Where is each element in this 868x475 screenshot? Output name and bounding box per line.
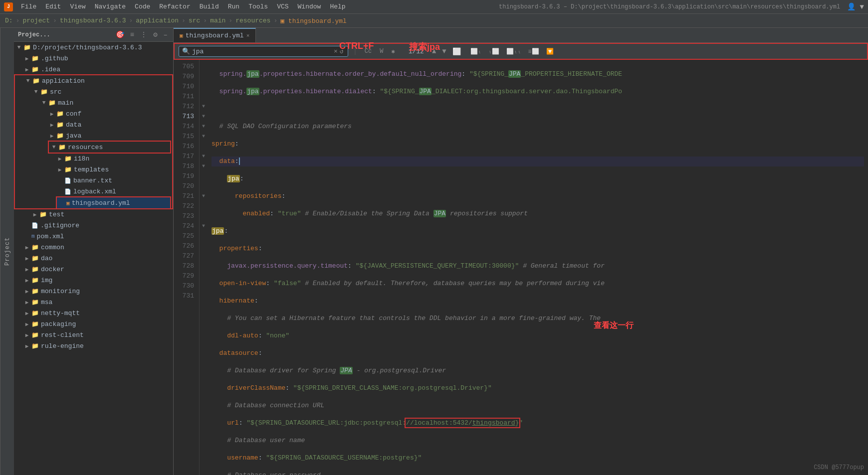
menu-vcs[interactable]: VCS [273, 2, 292, 11]
tree-item-conf[interactable]: ▶ 📁 conf [15, 108, 172, 119]
fold-724[interactable]: ▼ [200, 221, 208, 231]
search-case-sensitive-button[interactable]: Cc [362, 47, 374, 56]
tree-settings-icon[interactable]: ⚙ [152, 30, 159, 39]
fold-712[interactable]: ▼ [200, 102, 208, 112]
tree-item-i18n[interactable]: ▶ 📁 i18n [15, 153, 172, 164]
line-num-712: 712 [174, 102, 199, 112]
tree-collapse-icon[interactable]: ≡ [129, 30, 136, 39]
menu-code[interactable]: Code [131, 2, 154, 11]
search-tool-3[interactable]: ⬜ₗₗ [504, 46, 523, 57]
tree-item-docker[interactable]: ▶ 📁 docker [14, 264, 173, 275]
menu-bar: J File Edit View Navigate Code Refactor … [0, 0, 868, 14]
breadcrumb-item-file[interactable]: ▣ thingsboard.yml [280, 17, 347, 25]
folder-icon: 📁 [31, 310, 39, 317]
fold-718[interactable]: ▼ [200, 161, 208, 171]
line-num-721: 721 [174, 191, 199, 201]
user-icon[interactable]: 👤 ▼ [847, 2, 864, 11]
breadcrumb-item-resources[interactable]: resources [235, 17, 270, 24]
tree-item-banner[interactable]: 📄 banner.txt [15, 175, 172, 186]
fold-714[interactable]: ▼ [200, 122, 208, 132]
fold-721[interactable]: ▼ [200, 191, 208, 201]
tree-arrow: ▶ [24, 55, 30, 62]
tree-item-monitoring[interactable]: ▶ 📁 monitoring [14, 286, 173, 297]
tree-locate-icon[interactable]: 🎯 [114, 30, 126, 39]
tree-arrow: ▶ [24, 288, 30, 295]
search-tool-2[interactable]: ₗ⬜ [486, 46, 502, 57]
tree-item-dao[interactable]: ▶ 📁 dao [14, 253, 173, 264]
folder-icon: 📁 [31, 299, 39, 306]
breadcrumb-item-d[interactable]: D: [5, 17, 13, 24]
fold-717[interactable]: ▼ [200, 152, 208, 161]
search-regex-button[interactable]: ✱ [389, 47, 397, 56]
tree-item-src[interactable]: ▼ 📁 src [15, 86, 172, 97]
tree-item-packaging[interactable]: ▶ 📁 packaging [14, 318, 173, 329]
search-expand-button[interactable]: ⬜ [450, 47, 463, 56]
tree-arrow: ▶ [24, 277, 30, 284]
menu-refactor[interactable]: Refactor [155, 2, 194, 11]
search-next-button[interactable]: ▼ [440, 47, 448, 56]
fold-713[interactable]: ▼ [200, 112, 208, 122]
breadcrumb-item-thingsboard[interactable]: thingsboard-3.6.3 [60, 17, 126, 24]
tree-item-pom[interactable]: m pom.xml [14, 231, 173, 242]
search-filter-button[interactable]: 🔽 [544, 46, 556, 57]
menu-file[interactable]: File [17, 2, 40, 11]
search-tool-4[interactable]: ≡⬜ [526, 46, 542, 57]
tree-item-netty-mqtt[interactable]: ▶ 📁 netty-mqtt [14, 308, 173, 318]
menu-tools[interactable]: Tools [244, 2, 272, 11]
tab-close-button[interactable]: × [246, 33, 250, 39]
tree-item-resources[interactable]: ▼ 📁 resources [49, 142, 170, 153]
tree-item-rule-engine[interactable]: ▶ 📁 rule-engine [14, 340, 173, 351]
editor-tab-thingsboard-yml[interactable]: ▣ thingsboard.yml × [174, 28, 256, 42]
line-num-713: 713 [174, 112, 199, 122]
menu-run[interactable]: Run [224, 2, 243, 11]
breadcrumb-item-main[interactable]: main [210, 17, 225, 24]
tree-item-github[interactable]: ▶ 📁 .github [14, 53, 173, 64]
tree-item-rest-client[interactable]: ▶ 📁 rest-client [14, 329, 173, 340]
tree-item-label: docker [41, 266, 64, 273]
search-input-wrapper: 🔍 × ↺ [179, 46, 348, 57]
search-tool-1[interactable]: ⬜ₗ [468, 46, 484, 57]
tree-arrow: ▶ [24, 343, 30, 349]
file-tree-panel[interactable]: Projec... 🎯 ≡ ⋮ ⚙ – ▼ 📁 D:/project/thing… [14, 28, 174, 475]
menu-help[interactable]: Help [326, 2, 349, 11]
menu-navigate[interactable]: Navigate [91, 2, 130, 11]
search-prev-button[interactable]: ▲ [430, 47, 438, 56]
tree-item-logback[interactable]: 📄 logback.xml [15, 186, 172, 197]
search-input[interactable] [192, 48, 332, 55]
tree-item-templates[interactable]: ▶ 📁 templates [15, 164, 172, 175]
code-line-727: # Database connection URL [212, 401, 864, 411]
code-editor[interactable]: 705 709 710 711 712 713 714 715 716 717 … [174, 60, 868, 475]
tree-item-label: netty-mqtt [41, 310, 80, 317]
code-content[interactable]: spring.jpa.properties.hibernate.order_by… [208, 60, 868, 475]
breadcrumb-item-src[interactable]: src [189, 17, 200, 24]
tree-item-data[interactable]: ▶ 📁 data [15, 119, 172, 130]
search-whole-word-button[interactable]: W [377, 47, 386, 56]
tree-arrow: ▶ [24, 66, 30, 73]
menu-build[interactable]: Build [196, 2, 223, 11]
tree-item-main[interactable]: ▼ 📁 main [15, 97, 172, 108]
tree-expand-icon[interactable]: ⋮ [139, 30, 149, 39]
tree-close-icon[interactable]: – [162, 30, 169, 39]
menu-edit[interactable]: Edit [41, 2, 65, 11]
window-title: thingsboard-3.6.3 – D:\project\thingsboa… [499, 3, 840, 10]
tree-item-root[interactable]: ▼ 📁 D:/project/thingsboard-3.6.3 [14, 42, 173, 53]
tree-item-application[interactable]: ▼ 📁 application [15, 75, 172, 86]
tree-item-java[interactable]: ▶ 📁 java [15, 130, 172, 141]
menu-window[interactable]: Window [294, 2, 325, 11]
fold-715[interactable]: ▼ [200, 132, 208, 142]
search-refresh-button[interactable]: ↺ [340, 47, 344, 55]
tree-item-img[interactable]: ▶ 📁 img [14, 275, 173, 286]
menu-view[interactable]: View [66, 2, 89, 11]
file-icon: ▣ [66, 200, 70, 206]
tree-item-test[interactable]: ▶ 📁 test [14, 209, 173, 220]
tree-item-idea[interactable]: ▶ 📁 .idea [14, 64, 173, 75]
tree-arrow [57, 177, 63, 183]
tree-item-gitignore[interactable]: 📄 .gitignore [14, 220, 173, 231]
tree-arrow: ▶ [57, 156, 63, 162]
tree-item-thingsboard-yml[interactable]: ▣ thingsboard.yml [57, 197, 170, 208]
search-clear-button[interactable]: × [334, 48, 338, 55]
breadcrumb-item-project[interactable]: project [22, 17, 50, 24]
tree-item-common[interactable]: ▶ 📁 common [14, 242, 173, 253]
breadcrumb-item-application[interactable]: application [136, 17, 179, 24]
tree-item-msa[interactable]: ▶ 📁 msa [14, 297, 173, 308]
